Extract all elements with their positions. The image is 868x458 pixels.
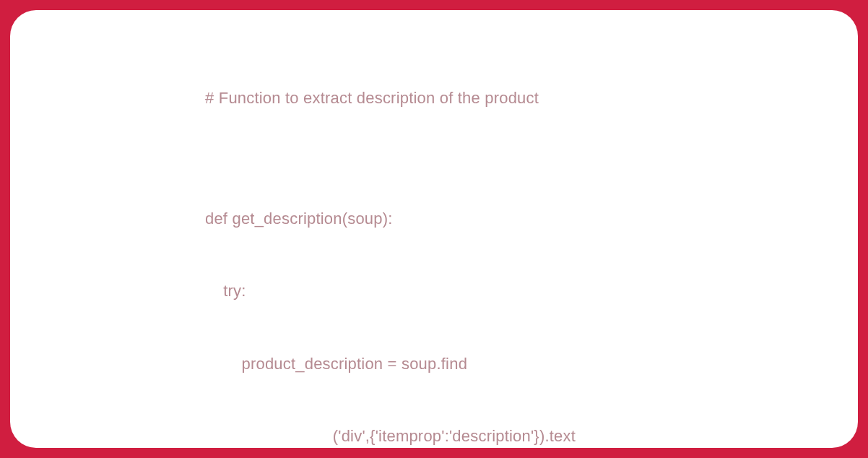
code-line: def get_description(soup):: [205, 207, 822, 230]
code-card: # Function to extract description of the…: [10, 10, 858, 448]
code-line: try:: [205, 279, 822, 303]
code-line: ('div',{'itemprop':'description'}).text: [205, 424, 822, 448]
code-block: # Function to extract description of the…: [205, 38, 822, 448]
code-line: product_description = soup.find: [205, 352, 822, 376]
code-line: # Function to extract description of the…: [205, 86, 822, 110]
